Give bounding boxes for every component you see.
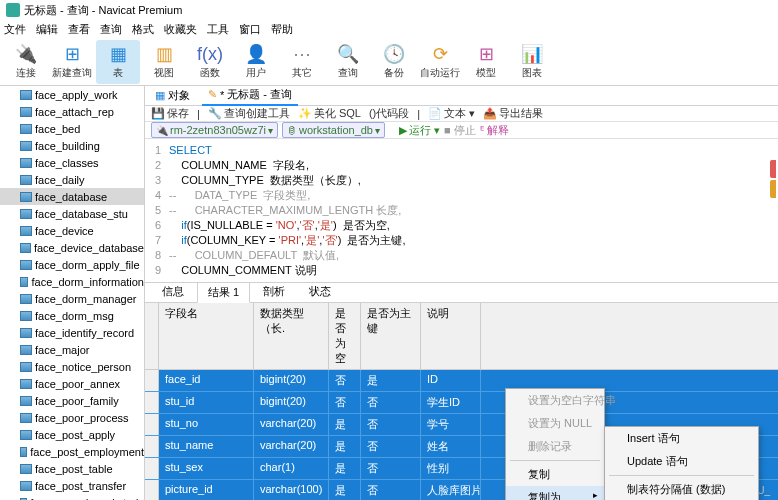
menu-查看[interactable]: 查看 bbox=[68, 22, 90, 37]
code-snippet-button[interactable]: ()代码段 bbox=[369, 106, 409, 121]
toolbar-图表[interactable]: 📊 图表 bbox=[510, 40, 554, 84]
toolbar-用户[interactable]: 👤 用户 bbox=[234, 40, 278, 84]
table-icon bbox=[20, 158, 32, 168]
table-row-face_post_transfer[interactable]: face_post_transfer bbox=[0, 477, 144, 494]
ctx-Insert 语句[interactable]: Insert 语句 bbox=[605, 427, 758, 450]
context-submenu[interactable]: Insert 语句Update 语句制表符分隔值 (数据)制表符分隔值 (字段名… bbox=[604, 426, 759, 500]
col-header[interactable]: 是否为主键 bbox=[361, 303, 421, 369]
export-results-button[interactable]: 📤 导出结果 bbox=[483, 106, 543, 121]
query-toolbar: 💾 保存 | 🔧 查询创建工具 ✨ 美化 SQL ()代码段 | 📄 文本 ▾ … bbox=[145, 106, 778, 122]
table-icon bbox=[20, 379, 32, 389]
table-row-face_dorm_msg[interactable]: face_dorm_msg bbox=[0, 307, 144, 324]
window-title: 无标题 - 查询 - Navicat Premium bbox=[24, 3, 182, 18]
grid-row[interactable]: stu_idbigint(20)否否学生ID bbox=[145, 392, 778, 414]
toolbar-连接[interactable]: 🔌 连接 bbox=[4, 40, 48, 84]
ctx-设置为 NULL: 设置为 NULL bbox=[506, 412, 604, 435]
toolbar-查询[interactable]: 🔍 查询 bbox=[326, 40, 370, 84]
table-row-face_identify_record[interactable]: face_identify_record bbox=[0, 324, 144, 341]
toolbar-其它[interactable]: ⋯ 其它 bbox=[280, 40, 324, 84]
query-builder-button[interactable]: 🔧 查询创建工具 bbox=[208, 106, 290, 121]
grid-row[interactable]: face_idbigint(20)否是ID bbox=[145, 370, 778, 392]
ctx-复制[interactable]: 复制 bbox=[506, 463, 604, 486]
save-button[interactable]: 💾 保存 bbox=[151, 106, 189, 121]
menu-格式[interactable]: 格式 bbox=[132, 22, 154, 37]
table-row-face_bed[interactable]: face_bed bbox=[0, 120, 144, 137]
table-row-face_dorm_apply_file[interactable]: face_dorm_apply_file bbox=[0, 256, 144, 273]
table-row-face_database[interactable]: face_database bbox=[0, 188, 144, 205]
ctx-删除记录: 删除记录 bbox=[506, 435, 604, 458]
table-list-sidebar[interactable]: face_apply_work face_attach_rep face_bed… bbox=[0, 86, 145, 500]
toolbar-视图[interactable]: ▥ 视图 bbox=[142, 40, 186, 84]
table-row-face_major[interactable]: face_major bbox=[0, 341, 144, 358]
database-select[interactable]: 🛢 workstation_db ▾ bbox=[282, 122, 385, 138]
table-row-face_poor_process[interactable]: face_poor_process bbox=[0, 409, 144, 426]
run-button[interactable]: ▶ 运行 ▾ bbox=[399, 123, 440, 138]
table-icon bbox=[20, 90, 32, 100]
text-mode-button[interactable]: 📄 文本 ▾ bbox=[428, 106, 475, 121]
table-row-face_poor_family[interactable]: face_poor_family bbox=[0, 392, 144, 409]
table-row-face_classes[interactable]: face_classes bbox=[0, 154, 144, 171]
toolbar-新建查询[interactable]: ⊞ 新建查询 bbox=[50, 40, 94, 84]
table-row-face_record_workstudy[interactable]: face_record_workstudy bbox=[0, 494, 144, 500]
table-row-face_post_employment[interactable]: face_post_employment bbox=[0, 443, 144, 460]
beautify-sql-button[interactable]: ✨ 美化 SQL bbox=[298, 106, 361, 121]
table-icon bbox=[20, 328, 32, 338]
函数-icon: f(x) bbox=[199, 43, 221, 65]
col-header[interactable]: 字段名 bbox=[159, 303, 254, 369]
menu-收藏夹[interactable]: 收藏夹 bbox=[164, 22, 197, 37]
table-icon bbox=[20, 311, 32, 321]
table-icon bbox=[20, 481, 32, 491]
table-row-face_notice_person[interactable]: face_notice_person bbox=[0, 358, 144, 375]
menu-窗口[interactable]: 窗口 bbox=[239, 22, 261, 37]
table-icon bbox=[20, 243, 31, 253]
table-row-face_post_table[interactable]: face_post_table bbox=[0, 460, 144, 477]
table-row-face_dorm_information[interactable]: face_dorm_information bbox=[0, 273, 144, 290]
col-header[interactable]: 是否为空 bbox=[329, 303, 361, 369]
sql-editor[interactable]: 1SELECT2 COLUMN_NAME 字段名,3 COLUMN_TYPE 数… bbox=[145, 139, 778, 283]
toolbar-自动运行[interactable]: ⟳ 自动运行 bbox=[418, 40, 462, 84]
新建查询-icon: ⊞ bbox=[61, 43, 83, 65]
ctx-制表符分隔值 (数据)[interactable]: 制表符分隔值 (数据) bbox=[605, 478, 758, 500]
table-icon bbox=[20, 141, 32, 151]
context-menu[interactable]: 设置为空白字符串设置为 NULL删除记录复制复制为粘贴显示 bbox=[505, 388, 605, 500]
result-tab-结果 1[interactable]: 结果 1 bbox=[197, 282, 250, 303]
explain-button[interactable]: ᴱ 解释 bbox=[480, 123, 509, 138]
table-row-face_dorm_manager[interactable]: face_dorm_manager bbox=[0, 290, 144, 307]
menu-查询[interactable]: 查询 bbox=[100, 22, 122, 37]
col-header[interactable]: 说明 bbox=[421, 303, 481, 369]
connection-select[interactable]: 🔌 rm-2zetn83n05wz7i ▾ bbox=[151, 122, 278, 138]
table-row-face_building[interactable]: face_building bbox=[0, 137, 144, 154]
menu-工具[interactable]: 工具 bbox=[207, 22, 229, 37]
toolbar-表[interactable]: ▦ 表 bbox=[96, 40, 140, 84]
menu-编辑[interactable]: 编辑 bbox=[36, 22, 58, 37]
表-icon: ▦ bbox=[107, 43, 129, 65]
tab-objects[interactable]: ▦对象 bbox=[149, 86, 196, 105]
main-toolbar: 🔌 连接 ⊞ 新建查询 ▦ 表 ▥ 视图 f(x) 函数 👤 用户 ⋯ 其它 🔍… bbox=[0, 38, 778, 86]
table-row-face_apply_work[interactable]: face_apply_work bbox=[0, 86, 144, 103]
tab-query[interactable]: ✎*无标题 - 查询 bbox=[202, 85, 298, 106]
ctx-Update 语句[interactable]: Update 语句 bbox=[605, 450, 758, 473]
toolbar-备份[interactable]: 🕓 备份 bbox=[372, 40, 416, 84]
menu-文件[interactable]: 文件 bbox=[4, 22, 26, 37]
col-header[interactable]: 数据类型（长. bbox=[254, 303, 329, 369]
table-row-face_device[interactable]: face_device bbox=[0, 222, 144, 239]
table-icon bbox=[20, 260, 32, 270]
table-row-face_device_database[interactable]: face_device_database bbox=[0, 239, 144, 256]
result-tab-状态[interactable]: 状态 bbox=[298, 281, 342, 302]
table-row-face_database_stu[interactable]: face_database_stu bbox=[0, 205, 144, 222]
table-row-face_poor_annex[interactable]: face_poor_annex bbox=[0, 375, 144, 392]
table-row-face_daily[interactable]: face_daily bbox=[0, 171, 144, 188]
toolbar-函数[interactable]: f(x) 函数 bbox=[188, 40, 232, 84]
table-icon bbox=[20, 277, 28, 287]
table-icon bbox=[20, 226, 32, 236]
result-tab-剖析[interactable]: 剖析 bbox=[252, 281, 296, 302]
result-tab-信息[interactable]: 信息 bbox=[151, 281, 195, 302]
table-row-face_post_apply[interactable]: face_post_apply bbox=[0, 426, 144, 443]
result-tabs: 信息结果 1剖析状态 bbox=[145, 283, 778, 303]
ctx-复制为[interactable]: 复制为 bbox=[506, 486, 604, 500]
toolbar-模型[interactable]: ⊞ 模型 bbox=[464, 40, 508, 84]
连接-icon: 🔌 bbox=[15, 43, 37, 65]
bookmark-strip bbox=[770, 160, 778, 200]
menu-帮助[interactable]: 帮助 bbox=[271, 22, 293, 37]
table-row-face_attach_rep[interactable]: face_attach_rep bbox=[0, 103, 144, 120]
